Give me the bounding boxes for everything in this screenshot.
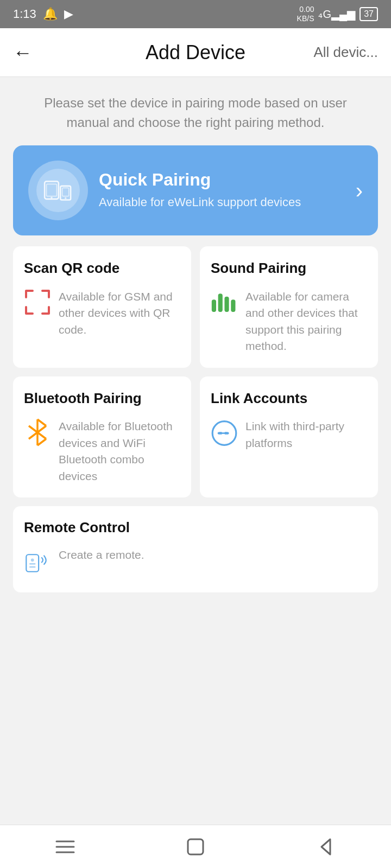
scan-qr-title: Scan QR code <box>24 259 180 278</box>
svg-rect-4 <box>62 188 69 196</box>
devices-icon <box>42 177 74 204</box>
scan-qr-body: Available for GSM and other devices with… <box>24 289 180 338</box>
sound-pairing-card[interactable]: Sound Pairing Available for camera and o… <box>200 246 378 368</box>
svg-line-13 <box>37 439 46 445</box>
svg-line-11 <box>37 419 46 426</box>
quick-pairing-arrow: › <box>356 178 363 203</box>
remote-control-icon <box>24 547 51 579</box>
time-display: 1:13 <box>13 7 36 21</box>
bluetooth-icon <box>24 418 51 446</box>
link-circle-icon <box>211 418 238 448</box>
link-accounts-title: Link Accounts <box>211 390 367 408</box>
quick-pairing-icon-inner <box>36 169 80 212</box>
quick-pairing-icon-circle <box>28 161 88 220</box>
quick-pairing-subtitle: Available for eWeLink support devices <box>99 194 345 211</box>
description-text: Please set the device in pairing mode ba… <box>0 77 391 145</box>
status-left: 1:13 🔔 ▶ <box>13 7 73 21</box>
svg-marker-25 <box>321 839 330 854</box>
svg-rect-19 <box>29 563 35 565</box>
svg-point-2 <box>51 197 52 199</box>
link-accounts-body: Link with third-party platforms <box>211 418 367 451</box>
notification-icon: 🔔 <box>43 7 58 21</box>
quick-pairing-card[interactable]: Quick Pairing Available for eWeLink supp… <box>13 145 378 235</box>
network-speed: 0.00KB/S <box>297 5 314 23</box>
bluetooth-pairing-title: Bluetooth Pairing <box>24 390 180 408</box>
nav-home-button[interactable] <box>179 831 212 863</box>
remote-control-body: Create a remote. <box>24 547 367 579</box>
sound-pairing-title: Sound Pairing <box>211 259 367 278</box>
remote-control-card[interactable]: Remote Control Create a remote. <box>13 506 378 592</box>
remote-control-desc: Create a remote. <box>59 547 144 563</box>
scan-qr-icon <box>24 289 51 316</box>
svg-rect-24 <box>188 839 203 854</box>
svg-rect-20 <box>29 566 35 568</box>
youtube-icon: ▶ <box>64 7 73 21</box>
page-title: Add Device <box>146 41 245 64</box>
quick-pairing-text: Quick Pairing Available for eWeLink supp… <box>88 170 356 211</box>
link-accounts-card[interactable]: Link Accounts Link with third-party plat… <box>200 376 378 498</box>
link-accounts-icon <box>211 418 238 448</box>
grid-row-2: Bluetooth Pairing Available for Bluetoot… <box>0 376 391 498</box>
svg-rect-6 <box>212 299 216 312</box>
sound-pairing-icon <box>211 289 238 313</box>
svg-rect-9 <box>231 299 235 312</box>
remote-icon-svg <box>24 547 51 579</box>
nav-menu-button[interactable] <box>49 831 81 863</box>
svg-rect-1 <box>47 184 57 196</box>
menu-icon <box>54 839 76 855</box>
bluetooth-pairing-card[interactable]: Bluetooth Pairing Available for Bluetoot… <box>13 376 191 498</box>
link-accounts-desc: Link with third-party platforms <box>245 418 367 451</box>
svg-point-18 <box>31 559 34 562</box>
scan-qr-desc: Available for GSM and other devices with… <box>59 289 180 338</box>
sound-pairing-body: Available for camera and other devices t… <box>211 289 367 355</box>
home-icon <box>186 837 205 857</box>
bluetooth-pairing-desc: Available for Bluetooth devices and WiFi… <box>59 418 180 484</box>
filter-button[interactable]: All devic... <box>314 44 379 61</box>
bluetooth-symbol <box>26 418 49 446</box>
back-button[interactable]: ← <box>13 41 33 64</box>
scan-qr-card[interactable]: Scan QR code Available for GSM and other… <box>13 246 191 368</box>
battery-indicator: 37 <box>360 7 378 21</box>
svg-rect-7 <box>218 293 223 312</box>
quick-pairing-title: Quick Pairing <box>99 170 345 190</box>
status-bar: 1:13 🔔 ▶ 0.00KB/S ₄G▂▄▆ 37 <box>0 0 391 28</box>
back-nav-icon <box>316 837 336 857</box>
qr-corner-icon <box>24 289 51 316</box>
svg-rect-8 <box>224 297 229 312</box>
svg-point-5 <box>65 197 66 199</box>
remote-control-title: Remote Control <box>24 519 367 536</box>
nav-back-button[interactable] <box>310 831 342 863</box>
sound-bars-icon <box>211 289 238 313</box>
grid-row-1: Scan QR code Available for GSM and other… <box>0 246 391 368</box>
signal-icon: ₄G▂▄▆ <box>318 8 355 21</box>
header: ← Add Device All devic... <box>0 28 391 77</box>
status-right: 0.00KB/S ₄G▂▄▆ 37 <box>297 5 378 23</box>
sound-pairing-desc: Available for camera and other devices t… <box>245 289 367 355</box>
bluetooth-pairing-body: Available for Bluetooth devices and WiFi… <box>24 418 180 484</box>
bottom-nav <box>0 825 391 868</box>
